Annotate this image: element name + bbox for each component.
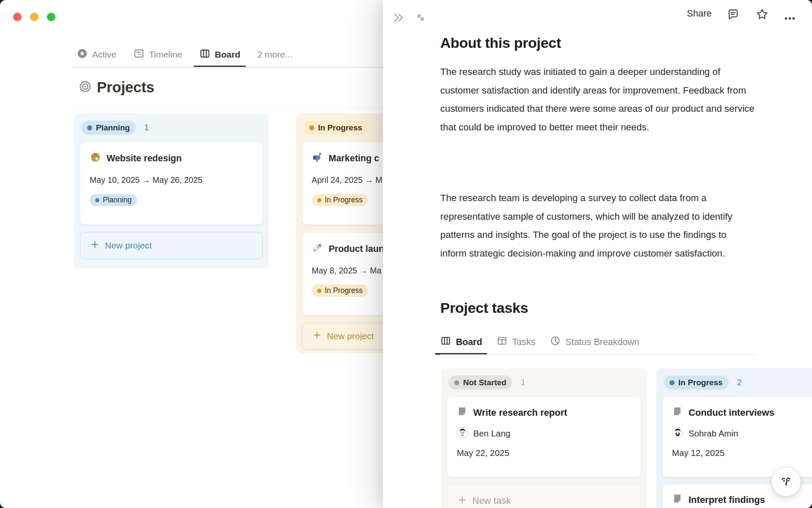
task-card-conduct-interviews[interactable]: Conduct interviews Sohrab Amin May 12, 2…	[662, 397, 812, 477]
status-dot	[317, 289, 321, 293]
card-status-tag: In Progress	[312, 284, 368, 297]
column-header: Planning 1	[81, 121, 263, 135]
pie-chart-icon	[550, 335, 561, 349]
task-column-not-started: Not Started 1 Write research report Ben …	[441, 368, 647, 508]
new-task-button[interactable]: New task	[447, 484, 641, 508]
comment-bubble-icon	[727, 8, 740, 21]
status-tag-in-progress[interactable]: In Progress	[303, 121, 368, 135]
tab-more-views[interactable]: 2 more...	[252, 43, 298, 67]
tab-label: Active	[92, 50, 116, 60]
assignee-name: Ben Lang	[473, 428, 510, 439]
page-icon	[672, 406, 683, 419]
task-tab-tasks[interactable]: Tasks	[491, 331, 540, 355]
card-status-tag: Planning	[90, 194, 137, 206]
more-ellipsis-icon	[783, 12, 796, 25]
page-icon	[457, 406, 467, 419]
task-tab-status-breakdown[interactable]: Status Breakdown	[545, 331, 645, 355]
status-dot	[454, 380, 459, 385]
mailbox-emoji	[312, 152, 323, 166]
status-dot	[317, 198, 321, 202]
comments-button[interactable]	[727, 8, 740, 23]
avatar	[457, 427, 468, 440]
target-icon	[79, 80, 92, 95]
favorite-button[interactable]	[755, 8, 769, 23]
tabs-divider	[71, 67, 383, 68]
status-dot	[669, 380, 675, 385]
assignee-row: Sohrab Amin	[672, 427, 812, 440]
palette-emoji	[90, 152, 101, 166]
more-options-button[interactable]	[783, 12, 796, 27]
task-tab-board[interactable]: Board	[435, 331, 487, 355]
card-title-text: Product laun	[329, 244, 384, 254]
status-tag-planning[interactable]: Planning	[81, 121, 136, 135]
tab-timeline[interactable]: Timeline	[128, 43, 188, 67]
task-date: May 22, 2025	[457, 448, 631, 458]
page-title: Projects	[79, 79, 154, 96]
column-count: 1	[521, 378, 525, 387]
task-tabs-divider	[440, 354, 754, 355]
column-header: In Progress 2	[664, 375, 812, 389]
column-header: Not Started 1	[448, 375, 641, 389]
status-tag-not-started[interactable]: Not Started	[448, 375, 512, 389]
minimize-window-button[interactable]	[30, 13, 38, 21]
task-title-text: Write research report	[473, 407, 567, 418]
card-status-tag: In Progress	[312, 194, 368, 206]
tab-board[interactable]: Board	[194, 43, 246, 67]
tab-label: 2 more...	[257, 50, 292, 60]
task-card-write-research-report[interactable]: Write research report Ben Lang May 22, 2…	[447, 397, 641, 477]
task-title-text: Conduct interviews	[689, 407, 774, 418]
star-circle-icon	[77, 48, 88, 61]
task-view-tabs: Board Tasks Status Breakdown	[435, 331, 645, 355]
window-controls	[13, 13, 55, 21]
status-dot	[87, 125, 92, 130]
tab-label: Timeline	[149, 50, 182, 60]
plus-icon	[313, 331, 321, 342]
project-card-website-redesign[interactable]: Website redesign May 10, 2025 → May 26, …	[80, 142, 263, 225]
project-tasks-heading: Project tasks	[440, 300, 528, 316]
page-icon	[672, 493, 683, 506]
task-date: May 12, 2025	[672, 448, 812, 458]
board-columns-icon	[440, 335, 451, 349]
notion-ai-button[interactable]	[771, 467, 801, 497]
about-heading: About this project	[440, 35, 561, 51]
new-project-button[interactable]: New project	[80, 232, 263, 259]
zoom-window-button[interactable]	[47, 13, 55, 21]
column-count: 1	[144, 123, 149, 133]
notion-ai-face-icon	[778, 474, 794, 490]
view-tabs: Active Timeline Board 2 more...	[71, 43, 298, 67]
section-divider	[71, 107, 383, 108]
close-window-button[interactable]	[13, 13, 22, 21]
board-columns-icon	[199, 48, 211, 61]
star-icon	[755, 8, 769, 21]
expand-page-button[interactable]	[414, 11, 427, 25]
double-chevron-right-icon	[392, 11, 405, 24]
card-title-text: Marketing c	[329, 153, 379, 164]
rocket-emoji	[312, 242, 323, 256]
avatar	[672, 427, 683, 440]
assignee-name: Sohrab Amin	[689, 428, 738, 439]
task-title-text: Interpret findings	[689, 494, 765, 505]
column-count: 2	[737, 378, 742, 387]
page-title-text: Projects	[97, 79, 154, 96]
about-paragraph-2: The research team is developing a survey…	[440, 189, 755, 262]
assignee-row: Ben Lang	[457, 427, 631, 440]
share-button[interactable]: Share	[687, 8, 712, 19]
status-tag-in-progress[interactable]: In Progress	[664, 375, 729, 389]
about-paragraph-1: The research study was initiated to gain…	[440, 63, 755, 136]
app-window: Active Timeline Board 2 more... Projects…	[0, 0, 812, 508]
tab-active[interactable]: Active	[71, 43, 122, 67]
expand-diagonal-icon	[414, 11, 427, 24]
status-dot	[309, 125, 314, 130]
status-dot	[95, 198, 99, 202]
plus-icon	[91, 240, 99, 251]
timeline-icon	[133, 48, 145, 61]
card-title-text: Website redesign	[107, 153, 182, 164]
board-column-planning: Planning 1 Website redesign May 10, 2025…	[74, 113, 269, 268]
table-icon	[497, 335, 508, 349]
card-date-range: May 10, 2025 → May 26, 2025	[90, 175, 253, 185]
close-side-peek-button[interactable]	[392, 11, 405, 25]
tab-label: Board	[215, 50, 241, 60]
plus-icon	[458, 495, 467, 507]
